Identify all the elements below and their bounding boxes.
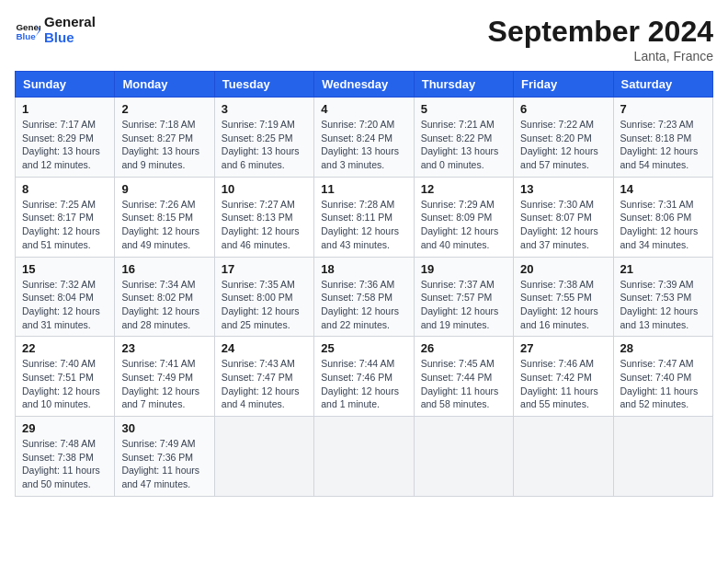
col-thursday: Thursday bbox=[414, 72, 513, 98]
logo-icon: General Blue bbox=[15, 17, 40, 43]
table-row: 12Sunrise: 7:29 AMSunset: 8:09 PMDayligh… bbox=[414, 177, 513, 257]
location: Lanta, France bbox=[488, 49, 713, 63]
day-number: 14 bbox=[620, 182, 706, 196]
calendar-table: Sunday Monday Tuesday Wednesday Thursday… bbox=[15, 71, 713, 497]
day-number: 24 bbox=[222, 341, 307, 355]
day-number: 21 bbox=[620, 262, 706, 276]
day-number: 15 bbox=[22, 262, 108, 276]
col-sunday: Sunday bbox=[16, 72, 115, 98]
day-number: 27 bbox=[520, 341, 606, 355]
day-number: 26 bbox=[421, 341, 506, 355]
day-info: Sunrise: 7:17 AMSunset: 8:29 PMDaylight:… bbox=[22, 118, 108, 172]
day-info: Sunrise: 7:27 AMSunset: 8:13 PMDaylight:… bbox=[222, 198, 307, 252]
day-info: Sunrise: 7:49 AMSunset: 7:36 PMDaylight:… bbox=[121, 437, 207, 491]
day-info: Sunrise: 7:31 AMSunset: 8:06 PMDaylight:… bbox=[620, 198, 706, 252]
table-row: 30Sunrise: 7:49 AMSunset: 7:36 PMDayligh… bbox=[115, 417, 214, 497]
logo: General Blue General Blue bbox=[15, 15, 96, 45]
day-info: Sunrise: 7:35 AMSunset: 8:00 PMDaylight:… bbox=[222, 278, 307, 332]
table-row: 15Sunrise: 7:32 AMSunset: 8:04 PMDayligh… bbox=[16, 257, 115, 337]
day-info: Sunrise: 7:30 AMSunset: 8:07 PMDaylight:… bbox=[520, 198, 606, 252]
table-row: 14Sunrise: 7:31 AMSunset: 8:06 PMDayligh… bbox=[613, 177, 712, 257]
day-info: Sunrise: 7:41 AMSunset: 7:49 PMDaylight:… bbox=[121, 357, 207, 411]
day-number: 25 bbox=[321, 341, 406, 355]
table-row: 20Sunrise: 7:38 AMSunset: 7:55 PMDayligh… bbox=[514, 257, 613, 337]
day-info: Sunrise: 7:46 AMSunset: 7:42 PMDaylight:… bbox=[520, 357, 606, 411]
day-number: 20 bbox=[520, 262, 606, 276]
day-info: Sunrise: 7:44 AMSunset: 7:46 PMDaylight:… bbox=[321, 357, 406, 411]
day-info: Sunrise: 7:38 AMSunset: 7:55 PMDaylight:… bbox=[520, 278, 606, 332]
day-number: 8 bbox=[22, 182, 108, 196]
day-info: Sunrise: 7:34 AMSunset: 8:02 PMDaylight:… bbox=[121, 278, 207, 332]
month-title: September 2024 bbox=[488, 15, 713, 49]
day-number: 3 bbox=[222, 102, 307, 116]
day-info: Sunrise: 7:36 AMSunset: 7:58 PMDaylight:… bbox=[321, 278, 406, 332]
day-number: 10 bbox=[222, 182, 307, 196]
day-info: Sunrise: 7:22 AMSunset: 8:20 PMDaylight:… bbox=[520, 118, 606, 172]
col-monday: Monday bbox=[115, 72, 214, 98]
title-area: September 2024 Lanta, France bbox=[488, 15, 713, 63]
table-row: 2Sunrise: 7:18 AMSunset: 8:27 PMDaylight… bbox=[115, 98, 214, 178]
day-info: Sunrise: 7:26 AMSunset: 8:15 PMDaylight:… bbox=[121, 198, 207, 252]
day-number: 22 bbox=[22, 341, 108, 355]
table-row bbox=[414, 417, 513, 497]
table-row: 13Sunrise: 7:30 AMSunset: 8:07 PMDayligh… bbox=[514, 177, 613, 257]
col-tuesday: Tuesday bbox=[214, 72, 313, 98]
table-row: 23Sunrise: 7:41 AMSunset: 7:49 PMDayligh… bbox=[115, 337, 214, 417]
col-saturday: Saturday bbox=[613, 72, 712, 98]
table-row bbox=[514, 417, 613, 497]
table-row bbox=[613, 417, 712, 497]
day-info: Sunrise: 7:21 AMSunset: 8:22 PMDaylight:… bbox=[421, 118, 506, 172]
day-number: 18 bbox=[321, 262, 406, 276]
table-row: 6Sunrise: 7:22 AMSunset: 8:20 PMDaylight… bbox=[514, 98, 613, 178]
day-info: Sunrise: 7:47 AMSunset: 7:40 PMDaylight:… bbox=[620, 357, 706, 411]
page-header: General Blue General Blue September 2024… bbox=[15, 15, 713, 63]
day-info: Sunrise: 7:39 AMSunset: 7:53 PMDaylight:… bbox=[620, 278, 706, 332]
table-row: 7Sunrise: 7:23 AMSunset: 8:18 PMDaylight… bbox=[613, 98, 712, 178]
table-row bbox=[314, 417, 414, 497]
col-friday: Friday bbox=[514, 72, 613, 98]
svg-text:Blue: Blue bbox=[16, 30, 36, 40]
day-number: 29 bbox=[22, 421, 108, 435]
table-row: 24Sunrise: 7:43 AMSunset: 7:47 PMDayligh… bbox=[214, 337, 313, 417]
logo-blue-text: Blue bbox=[44, 30, 96, 46]
day-number: 17 bbox=[222, 262, 307, 276]
day-info: Sunrise: 7:43 AMSunset: 7:47 PMDaylight:… bbox=[222, 357, 307, 411]
day-info: Sunrise: 7:25 AMSunset: 8:17 PMDaylight:… bbox=[22, 198, 108, 252]
day-number: 4 bbox=[321, 102, 406, 116]
day-number: 6 bbox=[520, 102, 606, 116]
day-number: 7 bbox=[620, 102, 706, 116]
day-number: 9 bbox=[121, 182, 207, 196]
table-row: 18Sunrise: 7:36 AMSunset: 7:58 PMDayligh… bbox=[314, 257, 414, 337]
table-row: 27Sunrise: 7:46 AMSunset: 7:42 PMDayligh… bbox=[514, 337, 613, 417]
table-row: 10Sunrise: 7:27 AMSunset: 8:13 PMDayligh… bbox=[214, 177, 313, 257]
day-number: 2 bbox=[121, 102, 207, 116]
day-number: 28 bbox=[620, 341, 706, 355]
day-info: Sunrise: 7:23 AMSunset: 8:18 PMDaylight:… bbox=[620, 118, 706, 172]
day-info: Sunrise: 7:45 AMSunset: 7:44 PMDaylight:… bbox=[421, 357, 506, 411]
table-row: 21Sunrise: 7:39 AMSunset: 7:53 PMDayligh… bbox=[613, 257, 712, 337]
table-row: 3Sunrise: 7:19 AMSunset: 8:25 PMDaylight… bbox=[214, 98, 313, 178]
table-row: 16Sunrise: 7:34 AMSunset: 8:02 PMDayligh… bbox=[115, 257, 214, 337]
day-number: 19 bbox=[421, 262, 506, 276]
day-number: 1 bbox=[22, 102, 108, 116]
day-info: Sunrise: 7:28 AMSunset: 8:11 PMDaylight:… bbox=[321, 198, 406, 252]
table-row: 8Sunrise: 7:25 AMSunset: 8:17 PMDaylight… bbox=[16, 177, 115, 257]
day-info: Sunrise: 7:48 AMSunset: 7:38 PMDaylight:… bbox=[22, 437, 108, 491]
table-row: 26Sunrise: 7:45 AMSunset: 7:44 PMDayligh… bbox=[414, 337, 513, 417]
day-info: Sunrise: 7:18 AMSunset: 8:27 PMDaylight:… bbox=[121, 118, 207, 172]
table-row: 9Sunrise: 7:26 AMSunset: 8:15 PMDaylight… bbox=[115, 177, 214, 257]
table-row: 4Sunrise: 7:20 AMSunset: 8:24 PMDaylight… bbox=[314, 98, 414, 178]
table-row: 19Sunrise: 7:37 AMSunset: 7:57 PMDayligh… bbox=[414, 257, 513, 337]
table-row: 11Sunrise: 7:28 AMSunset: 8:11 PMDayligh… bbox=[314, 177, 414, 257]
day-number: 12 bbox=[421, 182, 506, 196]
day-info: Sunrise: 7:29 AMSunset: 8:09 PMDaylight:… bbox=[421, 198, 506, 252]
table-row: 17Sunrise: 7:35 AMSunset: 8:00 PMDayligh… bbox=[214, 257, 313, 337]
table-row: 22Sunrise: 7:40 AMSunset: 7:51 PMDayligh… bbox=[16, 337, 115, 417]
day-number: 23 bbox=[121, 341, 207, 355]
table-row: 28Sunrise: 7:47 AMSunset: 7:40 PMDayligh… bbox=[613, 337, 712, 417]
day-number: 30 bbox=[121, 421, 207, 435]
col-wednesday: Wednesday bbox=[314, 72, 414, 98]
table-row: 25Sunrise: 7:44 AMSunset: 7:46 PMDayligh… bbox=[314, 337, 414, 417]
table-row: 5Sunrise: 7:21 AMSunset: 8:22 PMDaylight… bbox=[414, 98, 513, 178]
day-number: 13 bbox=[520, 182, 606, 196]
